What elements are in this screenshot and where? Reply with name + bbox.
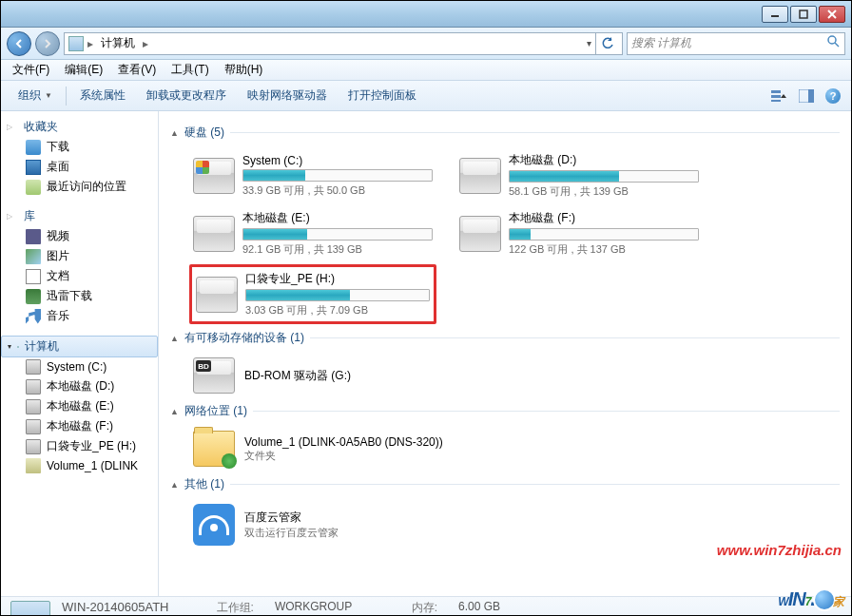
back-button[interactable] bbox=[7, 31, 31, 56]
search-placeholder: 搜索 计算机 bbox=[631, 35, 691, 51]
map-network-drive-button[interactable]: 映射网络驱动器 bbox=[238, 84, 337, 107]
sidebar-item-drive-e[interactable]: 本地磁盘 (E:) bbox=[1, 396, 158, 416]
svg-rect-6 bbox=[771, 90, 781, 93]
menu-file[interactable]: 文件(F) bbox=[5, 60, 57, 80]
sidebar-item-drive-d[interactable]: 本地磁盘 (D:) bbox=[1, 376, 158, 396]
drive-item[interactable]: 本地磁盘 (F:)122 GB 可用 , 共 137 GB bbox=[455, 206, 703, 260]
baidu-desc: 双击运行百度云管家 bbox=[244, 526, 339, 540]
sidebar-item-volume1[interactable]: Volume_1 (DLINK bbox=[1, 456, 158, 475]
drive-stat: 3.03 GB 可用 , 共 7.09 GB bbox=[245, 303, 430, 318]
open-control-panel-button[interactable]: 打开控制面板 bbox=[339, 84, 426, 107]
breadcrumb-computer[interactable]: 计算机 bbox=[97, 33, 139, 53]
usage-bar bbox=[509, 170, 699, 183]
drive-name: System (C:) bbox=[242, 154, 433, 167]
svg-rect-8 bbox=[771, 100, 781, 102]
refresh-button[interactable] bbox=[595, 32, 618, 55]
sidebar-item-drive-c[interactable]: System (C:) bbox=[1, 357, 158, 376]
bdrom-icon bbox=[193, 357, 235, 394]
drive-name: 本地磁盘 (F:) bbox=[509, 210, 699, 226]
network-drive-icon bbox=[26, 458, 41, 473]
drive-stat: 58.1 GB 可用 , 共 139 GB bbox=[509, 184, 699, 199]
search-box[interactable]: 搜索 计算机 bbox=[627, 32, 845, 55]
bd-rom-drive[interactable]: BD-ROM 驱动器 (G:) bbox=[189, 354, 474, 397]
drive-item[interactable]: 本地磁盘 (D:)58.1 GB 可用 , 共 139 GB bbox=[455, 148, 703, 202]
usage-bar bbox=[509, 228, 699, 241]
drive-item[interactable]: 口袋专业_PE (H:)3.03 GB 可用 , 共 7.09 GB bbox=[189, 264, 436, 324]
svg-rect-7 bbox=[771, 95, 781, 98]
sidebar-item-recent[interactable]: 最近访问的位置 bbox=[1, 177, 158, 197]
organize-button[interactable]: 组织▼ bbox=[9, 84, 62, 107]
drive-stat: 33.9 GB 可用 , 共 50.0 GB bbox=[242, 183, 433, 198]
sidebar-item-drive-f[interactable]: 本地磁盘 (F:) bbox=[1, 416, 158, 436]
drive-icon bbox=[459, 216, 501, 252]
chevron-right-icon[interactable]: ▸ bbox=[87, 37, 93, 50]
network-location[interactable]: Volume_1 (DLINK-0A5AB0 (DNS-320)) 文件夹 bbox=[189, 427, 474, 471]
address-bar[interactable]: ▸ 计算机 ▸ ▾ bbox=[64, 32, 623, 55]
minimize-button[interactable] bbox=[762, 6, 788, 23]
navigation-pane: ▷收藏夹 下载 桌面 最近访问的位置 ▷库 视频 图片 文档 迅雷下载 音乐 ▾… bbox=[1, 111, 159, 596]
sidebar-item-videos[interactable]: 视频 bbox=[1, 226, 158, 246]
drive-icon bbox=[193, 158, 235, 194]
video-icon bbox=[26, 229, 41, 244]
xunlei-icon bbox=[26, 289, 41, 304]
baidu-cloud-item[interactable]: 百度云管家 双击运行百度云管家 bbox=[189, 500, 474, 549]
group-network[interactable]: ▲网络位置 (1) bbox=[170, 403, 840, 419]
computer-name: WIN-20140605ATH bbox=[62, 600, 168, 616]
drive-icon bbox=[196, 277, 238, 313]
menu-help[interactable]: 帮助(H) bbox=[217, 60, 271, 80]
sidebar-item-xunlei[interactable]: 迅雷下载 bbox=[1, 286, 158, 306]
netloc-type: 文件夹 bbox=[244, 449, 443, 463]
system-properties-button[interactable]: 系统属性 bbox=[70, 84, 135, 107]
sidebar-item-music[interactable]: 音乐 bbox=[1, 306, 158, 326]
menu-edit[interactable]: 编辑(E) bbox=[57, 60, 110, 80]
computer-icon bbox=[68, 36, 84, 51]
chevron-right-icon[interactable]: ▸ bbox=[143, 37, 148, 50]
details-pane: WIN-20140605ATH 工作组: WORKGROUP 内存: 6.00 … bbox=[1, 596, 851, 616]
menu-tools[interactable]: 工具(T) bbox=[164, 60, 216, 80]
win7-logo: WIN7.家 bbox=[778, 585, 843, 611]
dropdown-icon[interactable]: ▾ bbox=[587, 38, 591, 48]
drive-item[interactable]: 本地磁盘 (E:)92.1 GB 可用 , 共 139 GB bbox=[189, 206, 436, 260]
maximize-button[interactable] bbox=[790, 6, 817, 23]
drive-icon bbox=[26, 399, 41, 414]
watermark-text: www.win7zhijia.cn bbox=[717, 542, 842, 558]
view-options-button[interactable] bbox=[769, 87, 790, 105]
baidu-name: 百度云管家 bbox=[244, 510, 339, 526]
drive-name: 本地磁盘 (E:) bbox=[242, 210, 433, 226]
desktop-icon bbox=[26, 160, 41, 175]
menu-view[interactable]: 查看(V) bbox=[110, 60, 164, 80]
close-button[interactable] bbox=[819, 6, 845, 23]
sidebar-item-documents[interactable]: 文档 bbox=[1, 266, 158, 286]
drive-icon bbox=[26, 419, 41, 434]
computer-group[interactable]: ▾计算机 bbox=[1, 336, 158, 357]
navigation-bar: ▸ 计算机 ▸ ▾ 搜索 计算机 bbox=[1, 28, 851, 60]
content-area: ▲硬盘 (5) System (C:)33.9 GB 可用 , 共 50.0 G… bbox=[159, 111, 851, 596]
help-button[interactable]: ? bbox=[823, 87, 843, 105]
sidebar-item-downloads[interactable]: 下载 bbox=[1, 137, 158, 157]
drive-stat: 92.1 GB 可用 , 共 139 GB bbox=[242, 242, 433, 257]
drive-item[interactable]: System (C:)33.9 GB 可用 , 共 50.0 GB bbox=[189, 148, 436, 202]
uninstall-programs-button[interactable]: 卸载或更改程序 bbox=[137, 84, 236, 107]
group-removable[interactable]: ▲有可移动存储的设备 (1) bbox=[170, 330, 840, 346]
preview-pane-button[interactable] bbox=[796, 87, 817, 105]
svg-rect-10 bbox=[808, 89, 814, 103]
svg-rect-1 bbox=[800, 10, 807, 18]
favorites-group[interactable]: ▷收藏夹 bbox=[1, 117, 158, 137]
menu-bar: 文件(F) 编辑(E) 查看(V) 工具(T) 帮助(H) bbox=[1, 60, 851, 81]
drive-name: 本地磁盘 (D:) bbox=[509, 152, 699, 168]
drive-icon bbox=[26, 439, 41, 454]
group-hard-drives[interactable]: ▲硬盘 (5) bbox=[170, 125, 840, 141]
drive-stat: 122 GB 可用 , 共 137 GB bbox=[509, 242, 699, 257]
sidebar-item-desktop[interactable]: 桌面 bbox=[1, 157, 158, 177]
svg-point-4 bbox=[828, 36, 836, 44]
forward-button[interactable] bbox=[35, 31, 60, 56]
sidebar-item-pictures[interactable]: 图片 bbox=[1, 246, 158, 266]
folder-icon bbox=[193, 431, 235, 467]
computer-large-icon bbox=[10, 601, 50, 617]
group-other[interactable]: ▲其他 (1) bbox=[170, 476, 840, 492]
sidebar-item-drive-h[interactable]: 口袋专业_PE (H:) bbox=[1, 436, 158, 456]
window-titlebar bbox=[1, 1, 851, 28]
libraries-group[interactable]: ▷库 bbox=[1, 206, 158, 226]
network-badge-icon bbox=[222, 453, 237, 469]
bdrom-label: BD-ROM 驱动器 (G:) bbox=[244, 368, 351, 384]
